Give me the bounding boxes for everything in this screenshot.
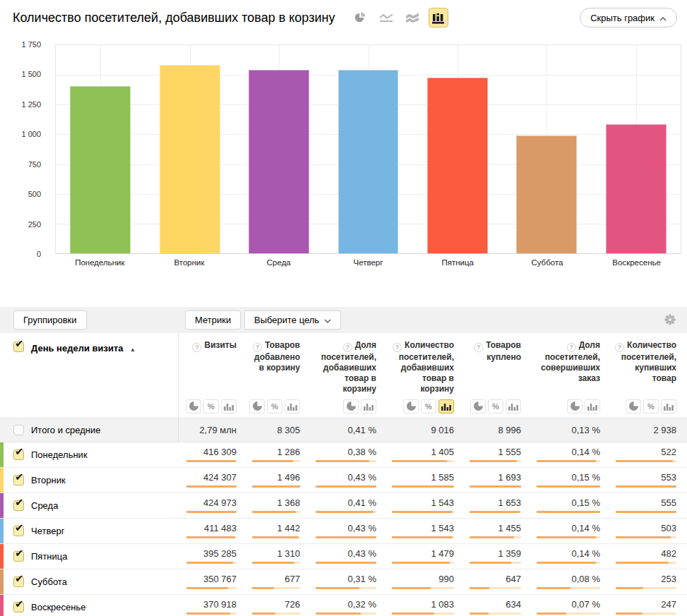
- value-bar-track: [470, 612, 521, 615]
- totals-checkbox[interactable]: [13, 425, 24, 435]
- chart-bar-7[interactable]: [606, 124, 667, 253]
- value-bar-track: [470, 511, 521, 513]
- value-bar-fill: [470, 536, 514, 538]
- value-bar-track: [186, 485, 237, 488]
- metrics-button[interactable]: Метрики: [185, 310, 241, 330]
- value-bar-track: [252, 485, 300, 488]
- metric-header-6[interactable]: ?Доля посетителей, совершивших заказ: [528, 333, 607, 394]
- pie-toggle-icon[interactable]: [249, 399, 265, 413]
- metric-header-4[interactable]: ?Количество посетителей, добавивших това…: [383, 333, 461, 394]
- value-bar-fill: [186, 536, 235, 538]
- pie-toggle-icon[interactable]: [470, 399, 486, 413]
- pie-chart-icon[interactable]: [350, 8, 370, 28]
- metric-toggles-3: [307, 394, 383, 418]
- dimension-header-cell[interactable]: ✔ День недели визита ▲: [0, 333, 178, 394]
- value-bar-track: [186, 587, 237, 589]
- chart-bar-4[interactable]: [338, 70, 399, 253]
- x-axis: ПонедельникВторникСредаЧетвергПятницаСуб…: [55, 258, 681, 270]
- metric-header-5[interactable]: ?Товаров куплено: [461, 333, 528, 394]
- histogram-toggle-icon[interactable]: [361, 399, 376, 413]
- metric-value: 1 405: [431, 447, 454, 457]
- x-tick-label: Суббота: [503, 258, 592, 267]
- metric-value: 677: [285, 574, 300, 584]
- chart-bar-1[interactable]: [70, 86, 131, 253]
- value-bar-track: [537, 562, 600, 564]
- metric-cell: 1 405: [383, 442, 461, 467]
- chart-bar-6[interactable]: [516, 135, 577, 253]
- metric-cell: 647: [461, 569, 528, 594]
- day-checkbox[interactable]: ✔: [13, 526, 24, 536]
- metric-value: 1 496: [277, 473, 300, 483]
- metric-cell: 1 083: [383, 595, 461, 616]
- total-value-4: 9 016: [383, 418, 461, 442]
- totals-row: Итого и средние 2,79 млн8 3050,41 %9 016…: [0, 418, 687, 442]
- pie-toggle-icon[interactable]: [567, 399, 583, 413]
- pie-toggle-icon[interactable]: [403, 399, 419, 413]
- chart-bar-5[interactable]: [427, 78, 488, 253]
- percent-glyph: %: [271, 402, 278, 411]
- value-bar-track: [186, 562, 237, 564]
- histogram-toggle-icon[interactable]: [438, 399, 454, 413]
- value-bar-track: [537, 511, 600, 513]
- value-bar-track: [392, 612, 454, 615]
- metric-header-3[interactable]: ?Доля посетителей, добавивших товар в ко…: [307, 333, 383, 394]
- percent-toggle-icon[interactable]: %: [421, 399, 436, 413]
- stacked-chart-icon[interactable]: [402, 8, 422, 28]
- metric-cell: 253: [607, 569, 687, 594]
- day-row: ✔Воскресенье370 9187260,32 %1 0836340,07…: [0, 595, 687, 616]
- percent-toggle-icon[interactable]: %: [643, 399, 659, 413]
- bar-chart-icon[interactable]: [429, 8, 448, 28]
- metric-value: 1 455: [498, 524, 521, 533]
- day-checkbox[interactable]: ✔: [13, 475, 24, 485]
- percent-toggle-icon[interactable]: %: [267, 399, 282, 413]
- hide-chart-button[interactable]: Скрыть график: [580, 8, 677, 28]
- metric-value: 416 309: [203, 447, 237, 457]
- select-goal-label: Выберите цель: [254, 315, 319, 325]
- day-checkbox[interactable]: ✔: [13, 551, 24, 562]
- pie-toggle-icon[interactable]: [343, 399, 359, 413]
- metric-cell: 1 543: [383, 493, 461, 518]
- metric-cell: 555: [607, 493, 687, 518]
- percent-toggle-icon[interactable]: %: [203, 399, 219, 413]
- gear-icon[interactable]: [664, 314, 676, 328]
- metric-header-1[interactable]: ?Визиты: [178, 333, 244, 394]
- groupings-button[interactable]: Группировки: [13, 310, 87, 330]
- dimension-checkbox[interactable]: ✔: [13, 342, 24, 352]
- metric-cell: 1 543: [383, 519, 461, 543]
- day-checkbox[interactable]: ✔: [13, 500, 24, 511]
- day-checkbox[interactable]: ✔: [13, 576, 24, 587]
- day-label: Вторник: [31, 475, 66, 485]
- metric-header-7[interactable]: ?Количество посетителей, купивших товар: [607, 333, 687, 394]
- metric-value: 370 918: [203, 600, 237, 610]
- chart-bar-2[interactable]: [160, 65, 220, 253]
- percent-toggle-icon[interactable]: %: [488, 399, 503, 413]
- value-bar-track: [616, 587, 676, 589]
- metric-cell: 1 496: [244, 468, 307, 493]
- day-checkbox[interactable]: ✔: [13, 602, 24, 612]
- metric-value: 0,41 %: [348, 425, 376, 435]
- select-goal-button[interactable]: Выберите цель: [244, 310, 341, 330]
- metric-value: 0,31 %: [348, 574, 376, 584]
- metric-value: 1 442: [277, 524, 300, 533]
- x-tick-label: Вторник: [145, 258, 234, 267]
- metric-cell: 0,43 %: [307, 544, 383, 569]
- line-chart-icon[interactable]: [376, 8, 396, 28]
- histogram-toggle-icon[interactable]: [585, 399, 600, 413]
- metric-value: 0,41 %: [348, 498, 376, 508]
- metric-header-label: Количество посетителей, добавивших товар…: [399, 340, 454, 394]
- metric-header-2[interactable]: ?Товаров добавлено в корзину: [244, 333, 307, 394]
- day-label: Среда: [31, 500, 58, 511]
- metric-value: 1 543: [431, 524, 454, 533]
- histogram-toggle-icon[interactable]: [285, 399, 300, 413]
- pie-toggle-icon[interactable]: [626, 399, 641, 413]
- value-bar-fill: [616, 562, 669, 564]
- metric-cell: 395 285: [178, 544, 244, 569]
- histogram-toggle-icon[interactable]: [661, 399, 676, 413]
- chart-bar-3[interactable]: [249, 70, 309, 253]
- pie-toggle-icon[interactable]: [186, 399, 201, 413]
- toggles-spacer: [0, 394, 178, 418]
- histogram-toggle-icon[interactable]: [221, 399, 237, 413]
- day-checkbox[interactable]: ✔: [13, 449, 24, 460]
- histogram-toggle-icon[interactable]: [506, 399, 521, 413]
- metric-cell: 677: [244, 569, 307, 594]
